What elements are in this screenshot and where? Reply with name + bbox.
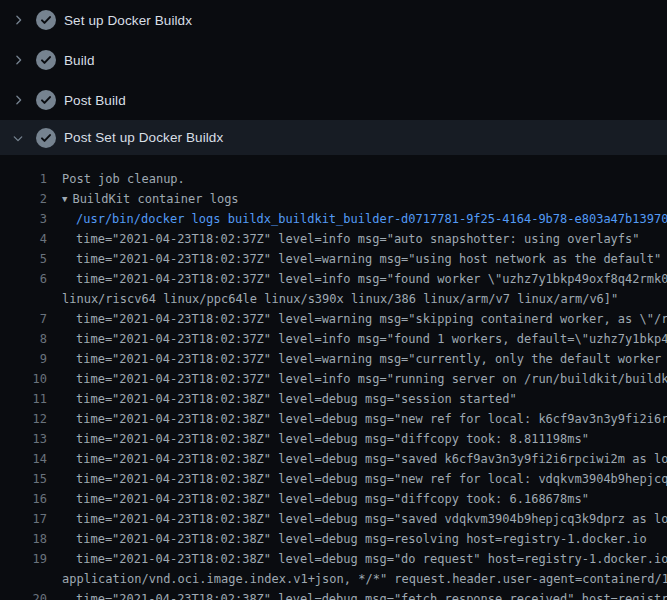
log-line-number[interactable]: 10 — [0, 369, 47, 389]
log-group-toggle-icon[interactable]: ▼ — [62, 189, 67, 209]
log-line: 16 time="2021-04-23T18:02:38Z" level=deb… — [0, 489, 667, 509]
log-line-number[interactable]: 6 — [0, 269, 47, 289]
log-line-number[interactable]: 5 — [0, 249, 47, 269]
log-line: 9 time="2021-04-23T18:02:37Z" level=warn… — [0, 349, 667, 369]
log-line: 20 time="2021-04-23T18:02:38Z" level=deb… — [0, 589, 667, 600]
step-row[interactable]: Post Set up Docker Buildx — [0, 120, 667, 155]
log-line-text: time="2021-04-23T18:02:37Z" level=warnin… — [76, 249, 661, 269]
log-line: 5 time="2021-04-23T18:02:37Z" level=warn… — [0, 249, 667, 269]
log-viewer: 1 Post job cleanup. 2 ▼BuildKit containe… — [0, 155, 667, 600]
log-line-number[interactable]: 9 — [0, 349, 47, 369]
log-line: 3 /usr/bin/docker logs buildx_buildkit_b… — [0, 209, 667, 229]
log-line: 14 time="2021-04-23T18:02:38Z" level=deb… — [0, 449, 667, 469]
log-line-number[interactable]: 17 — [0, 509, 47, 529]
check-circle-icon — [36, 90, 56, 110]
command-text: /usr/bin/docker logs buildx_buildkit_bui… — [76, 209, 667, 229]
log-line: 12 time="2021-04-23T18:02:38Z" level=deb… — [0, 409, 667, 429]
check-circle-icon — [36, 50, 56, 70]
log-line: 10 time="2021-04-23T18:02:37Z" level=inf… — [0, 369, 667, 389]
check-circle-icon — [36, 10, 56, 30]
log-line: 15 time="2021-04-23T18:02:38Z" level=deb… — [0, 469, 667, 489]
log-line-number[interactable]: 15 — [0, 469, 47, 489]
log-line-text: time="2021-04-23T18:02:38Z" level=debug … — [76, 509, 667, 529]
log-line-text: linux/riscv64 linux/ppc64le linux/s390x … — [62, 289, 618, 309]
log-line-number — [0, 289, 47, 309]
log-line: 7 time="2021-04-23T18:02:37Z" level=warn… — [0, 309, 667, 329]
log-line-text[interactable]: ▼BuildKit container logs — [62, 189, 239, 209]
step-list: Set up Docker Buildx Build P — [0, 0, 667, 155]
log-line-text: time="2021-04-23T18:02:37Z" level=info m… — [76, 369, 667, 389]
log-line-text: time="2021-04-23T18:02:38Z" level=debug … — [76, 469, 667, 489]
log-line-number[interactable]: 4 — [0, 229, 47, 249]
log-line-number[interactable]: 12 — [0, 409, 47, 429]
log-line-text: time="2021-04-23T18:02:37Z" level=info m… — [76, 329, 667, 349]
step-label: Build — [64, 53, 95, 68]
chevron-down-icon — [10, 130, 26, 146]
log-line: 19 time="2021-04-23T18:02:38Z" level=deb… — [0, 549, 667, 569]
log-line-text: time="2021-04-23T18:02:38Z" level=debug … — [76, 589, 667, 600]
log-line-text: time="2021-04-23T18:02:38Z" level=debug … — [76, 489, 589, 509]
step-label: Post Build — [64, 93, 126, 108]
log-line: 1 Post job cleanup. — [0, 169, 667, 189]
log-line-number[interactable]: 8 — [0, 329, 47, 349]
log-line-number[interactable]: 18 — [0, 529, 47, 549]
log-line-text: Post job cleanup. — [62, 169, 185, 189]
step-row[interactable]: Build — [0, 40, 667, 80]
log-line-text: time="2021-04-23T18:02:37Z" level=info m… — [76, 229, 640, 249]
log-line-number[interactable]: 2 — [0, 189, 47, 209]
step-label: Post Set up Docker Buildx — [64, 130, 223, 145]
log-line-number[interactable]: 1 — [0, 169, 47, 189]
log-line-text: time="2021-04-23T18:02:38Z" level=debug … — [76, 409, 667, 429]
step-row[interactable]: Set up Docker Buildx — [0, 0, 667, 40]
log-line-text: time="2021-04-23T18:02:37Z" level=warnin… — [76, 349, 667, 369]
log-line-number[interactable]: 3 — [0, 209, 47, 229]
log-line-number — [0, 569, 47, 589]
log-line-number[interactable]: 20 — [0, 589, 47, 600]
log-line-text: time="2021-04-23T18:02:38Z" level=debug … — [76, 549, 667, 569]
log-line: linux/riscv64 linux/ppc64le linux/s390x … — [0, 289, 667, 309]
log-line-text: application/vnd.oci.image.index.v1+json,… — [62, 569, 667, 589]
log-line-text: time="2021-04-23T18:02:37Z" level=warnin… — [76, 309, 667, 329]
log-line: 13 time="2021-04-23T18:02:38Z" level=deb… — [0, 429, 667, 449]
log-line: 17 time="2021-04-23T18:02:38Z" level=deb… — [0, 509, 667, 529]
log-line-text: time="2021-04-23T18:02:38Z" level=debug … — [76, 529, 647, 549]
log-line-number[interactable]: 16 — [0, 489, 47, 509]
log-line-number[interactable]: 13 — [0, 429, 47, 449]
log-line-number[interactable]: 7 — [0, 309, 47, 329]
log-line: 8 time="2021-04-23T18:02:37Z" level=info… — [0, 329, 667, 349]
chevron-right-icon — [10, 92, 26, 108]
step-label: Set up Docker Buildx — [64, 13, 192, 28]
log-line-text: time="2021-04-23T18:02:37Z" level=info m… — [76, 269, 667, 289]
log-line-text: time="2021-04-23T18:02:38Z" level=debug … — [76, 449, 667, 469]
log-line: 2 ▼BuildKit container logs — [0, 189, 667, 209]
chevron-right-icon — [10, 12, 26, 28]
log-line-text: time="2021-04-23T18:02:38Z" level=debug … — [76, 429, 589, 449]
log-line: application/vnd.oci.image.index.v1+json,… — [0, 569, 667, 589]
log-line: 18 time="2021-04-23T18:02:38Z" level=deb… — [0, 529, 667, 549]
log-line-number[interactable]: 11 — [0, 389, 47, 409]
log-line-text: time="2021-04-23T18:02:38Z" level=debug … — [76, 389, 517, 409]
check-circle-icon — [36, 128, 56, 148]
log-line-number[interactable]: 14 — [0, 449, 47, 469]
log-line: 4 time="2021-04-23T18:02:37Z" level=info… — [0, 229, 667, 249]
log-line: 6 time="2021-04-23T18:02:37Z" level=info… — [0, 269, 667, 289]
log-line: 11 time="2021-04-23T18:02:38Z" level=deb… — [0, 389, 667, 409]
chevron-right-icon — [10, 52, 26, 68]
log-line-number[interactable]: 19 — [0, 549, 47, 569]
step-row[interactable]: Post Build — [0, 80, 667, 120]
